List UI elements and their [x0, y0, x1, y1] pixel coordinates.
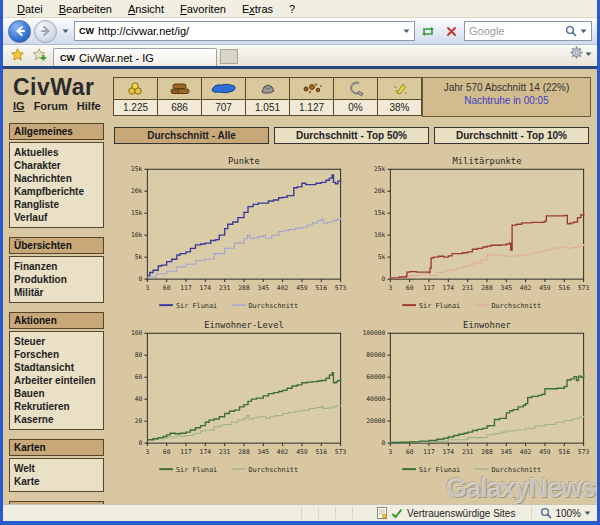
zoom-control[interactable]: 100%: [531, 507, 591, 519]
sidebar-item-stadtansicht[interactable]: Stadtansicht: [14, 361, 99, 374]
y-tick-label: 60: [135, 373, 143, 381]
chart-title: Militärpunkte: [452, 156, 521, 166]
sidebar-item-charakter[interactable]: Charakter: [14, 159, 99, 172]
x-tick-label: 60: [163, 284, 171, 292]
search-box[interactable]: Google: [464, 21, 592, 41]
favorites-center-button[interactable]: [8, 46, 27, 66]
menu-favoriten[interactable]: Favoriten: [172, 2, 234, 16]
sidebar-item-steuer[interactable]: Steuer: [14, 335, 99, 348]
tools-button[interactable]: [570, 45, 583, 63]
food-icon: [290, 78, 333, 99]
sidebar-item-kampfberichte[interactable]: Kampfberichte: [14, 185, 99, 198]
address-dropdown-icon[interactable]: [403, 29, 410, 34]
y-tick-label: 5k: [377, 253, 385, 261]
menu-extras[interactable]: Extras: [234, 2, 281, 16]
address-bar[interactable]: CW http://civwar.net/ig/: [74, 21, 415, 41]
sidebar-item-kaserne[interactable]: Kaserne: [14, 413, 99, 426]
sidebar-item-verlauf[interactable]: Verlauf: [14, 211, 99, 224]
nav-link-ig[interactable]: IG: [13, 100, 25, 112]
sidebar-section-aktionen: SteuerForschenStadtansichtArbeiter einte…: [9, 331, 104, 430]
trust-zone-label: Vertrauenswürdige Sites: [407, 508, 515, 519]
x-tick-label: 231: [219, 448, 231, 456]
sidebar-item-arbeiter-einteilen[interactable]: Arbeiter einteilen: [14, 374, 99, 387]
x-tick-label: 402: [277, 284, 289, 292]
zoom-magnifier-icon: [540, 507, 552, 519]
x-tick-label: 231: [461, 284, 473, 292]
sidebar-item-bauen[interactable]: Bauen: [14, 387, 99, 400]
nav-link-forum[interactable]: Forum: [34, 100, 68, 112]
stop-x-icon: [446, 26, 457, 37]
search-dropdown-icon[interactable]: [580, 29, 587, 34]
sidebar-header-aktionen: Aktionen: [9, 312, 104, 329]
tools-dropdown-icon[interactable]: [585, 52, 592, 57]
sidebar-item-nachrichten[interactable]: Nachrichten: [14, 172, 99, 185]
sidebar-item-karte[interactable]: Karte: [14, 475, 99, 488]
add-favorite-button[interactable]: [30, 46, 50, 66]
x-tick-label: 516: [316, 448, 328, 456]
x-tick-label: 60: [405, 284, 413, 292]
tab-civwar[interactable]: CW CivWar.net - IG: [53, 48, 217, 66]
x-tick-label: 345: [258, 284, 270, 292]
zoom-dropdown-icon[interactable]: [584, 511, 591, 516]
page-header: CivWar IGForumHilfe 1.2256867071.0511.12…: [9, 75, 591, 117]
x-tick-label: 117: [180, 284, 192, 292]
x-tick-label: 288: [238, 284, 250, 292]
y-tick-label: 20: [135, 417, 143, 425]
status-bar: Vertrauenswürdige Sites 100%: [3, 504, 597, 521]
gear-icon: [570, 46, 583, 59]
forward-button[interactable]: [34, 20, 57, 43]
view-tab-durchschnitt-alle[interactable]: Durchschnitt - Alle: [114, 127, 269, 144]
new-tab-button[interactable]: [220, 49, 238, 64]
sidebar-item-rangliste[interactable]: Rangliste: [14, 198, 99, 211]
y-tick-label: 10k: [131, 231, 143, 239]
y-tick-label: 60000: [366, 373, 385, 381]
x-tick-label: 402: [277, 448, 289, 456]
sidebar-item-forschen[interactable]: Forschen: [14, 348, 99, 361]
sidebar: AllgemeinesAktuellesCharakterNachrichten…: [9, 123, 104, 504]
view-tabs: Durchschnitt - AlleDurchschnitt - Top 50…: [114, 127, 589, 144]
sidebar-item-produktion[interactable]: Produktion: [14, 273, 99, 286]
chart-einwohner-level: Einwohner-Level1008060402003601171742312…: [114, 318, 347, 478]
x-tick-label: 3: [145, 448, 149, 456]
search-icon[interactable]: [565, 25, 577, 37]
x-tick-label: 174: [442, 284, 454, 292]
menu-ansicht[interactable]: Ansicht: [120, 2, 172, 16]
x-tick-label: 516: [558, 448, 570, 456]
resource-value-tool: 0%: [334, 100, 377, 115]
y-tick-label: 5k: [135, 253, 143, 261]
chart-title: Punkte: [228, 156, 260, 166]
resource-table: 1.2256867071.0511.1270%38%: [113, 77, 422, 116]
page-nav: IGForumHilfe: [13, 100, 113, 112]
tool-icon: [334, 78, 377, 99]
x-tick-label: 573: [577, 284, 589, 292]
address-url: http://civwar.net/ig/: [98, 25, 399, 37]
view-tab-durchschnitt-top-50[interactable]: Durchschnitt - Top 50%: [274, 127, 429, 144]
legend-durchschnitt: Durchschnitt: [491, 466, 541, 474]
tab-favicon: CW: [60, 53, 75, 63]
refresh-button[interactable]: [418, 21, 438, 41]
stop-button[interactable]: [441, 21, 461, 41]
x-tick-label: 3: [388, 284, 392, 292]
nav-link-hilfe[interactable]: Hilfe: [77, 100, 101, 112]
sidebar-item-aktuelles[interactable]: Aktuelles: [14, 146, 99, 159]
sidebar-item-finanzen[interactable]: Finanzen: [14, 260, 99, 273]
history-dropdown-button[interactable]: [60, 29, 71, 34]
x-tick-label: 117: [423, 284, 435, 292]
menu-datei[interactable]: Datei: [9, 2, 51, 16]
sidebar-header-allgemeines: Allgemeines: [9, 123, 104, 140]
view-tab-durchschnitt-top-10[interactable]: Durchschnitt - Top 10%: [434, 127, 589, 144]
sidebar-item-welt[interactable]: Welt: [14, 462, 99, 475]
y-tick-label: 80: [135, 351, 143, 359]
menu-bearbeiten[interactable]: Bearbeiten: [51, 2, 120, 16]
y-tick-label: 0: [381, 439, 385, 447]
y-tick-label: 80000: [366, 351, 385, 359]
y-tick-label: 0: [381, 275, 385, 283]
game-time-box: Jahr 570 Abschnitt 14 (22%) Nachtruhe in…: [422, 77, 591, 117]
navigation-toolbar: CW http://civwar.net/ig/ Google: [3, 18, 597, 45]
game-time-line: Jahr 570 Abschnitt 14 (22%): [423, 82, 590, 93]
menu-help[interactable]: ?: [281, 2, 303, 16]
sidebar-item-rekrutieren[interactable]: Rekrutieren: [14, 400, 99, 413]
back-button[interactable]: [8, 20, 31, 43]
sidebar-item-militar[interactable]: Militär: [14, 286, 99, 299]
torch-icon: [378, 78, 421, 99]
